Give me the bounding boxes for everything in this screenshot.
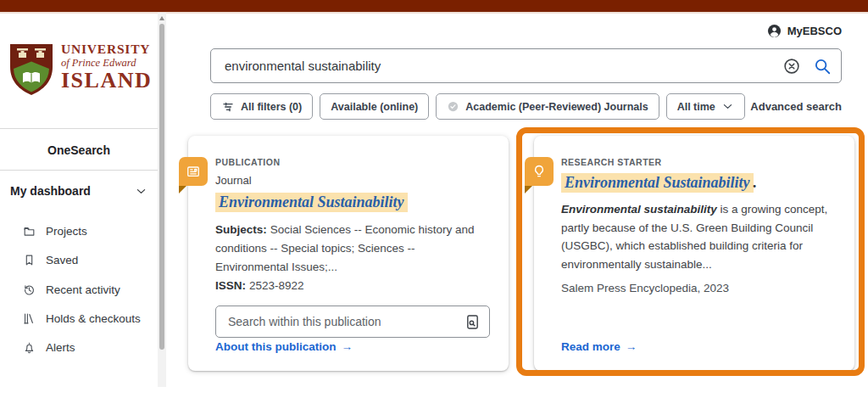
bookmark-icon bbox=[22, 253, 36, 267]
search-input[interactable] bbox=[211, 59, 776, 73]
document-search-icon bbox=[464, 313, 481, 331]
filter-icon bbox=[221, 100, 235, 114]
issn-label: ISSN: bbox=[215, 279, 246, 292]
research-starter-card: RESEARCH STARTER Environmental Sustainab… bbox=[534, 136, 854, 371]
search-within-publication-bar bbox=[215, 306, 490, 338]
user-avatar-icon bbox=[766, 23, 782, 39]
research-starter-kicker: RESEARCH STARTER bbox=[561, 157, 836, 167]
about-publication-link[interactable]: About this publication → bbox=[215, 340, 353, 353]
clear-search-button[interactable] bbox=[776, 50, 807, 82]
bell-icon bbox=[22, 340, 36, 355]
sidebar-divider-bottom bbox=[0, 170, 158, 171]
publication-card-body: PUBLICATION Journal Environmental Sustai… bbox=[215, 157, 490, 338]
upei-logo: UNIVERSITY of Prince Edward ISLAND bbox=[8, 42, 152, 97]
chevron-down-icon bbox=[135, 185, 147, 198]
myebsco-account-button[interactable]: MyEBSCO bbox=[766, 23, 842, 39]
sidebar-item-saved[interactable]: Saved bbox=[0, 249, 158, 270]
title-period: . bbox=[754, 174, 758, 191]
about-publication-label: About this publication bbox=[215, 340, 336, 353]
sidebar-divider-top bbox=[0, 128, 158, 129]
research-starter-card-body: RESEARCH STARTER Environmental Sustainab… bbox=[561, 157, 836, 294]
ebsco-onesearch-page: UNIVERSITY of Prince Edward ISLAND OneSe… bbox=[0, 0, 868, 398]
books-icon bbox=[22, 311, 36, 326]
upei-shield-icon bbox=[8, 42, 54, 97]
time-range-label: All time bbox=[677, 101, 715, 113]
journal-icon bbox=[185, 163, 202, 180]
sidebar-scrollbar[interactable] bbox=[158, 13, 166, 387]
publication-result-card: PUBLICATION Journal Environmental Sustai… bbox=[188, 136, 509, 371]
upei-wordmark: UNIVERSITY of Prince Edward ISLAND bbox=[61, 42, 152, 92]
peer-reviewed-label: Academic (Peer-Reviewed) Journals bbox=[465, 101, 648, 113]
my-dashboard-toggle[interactable]: My dashboard bbox=[10, 184, 147, 198]
arrow-right-icon: → bbox=[341, 340, 353, 353]
scrollbar-up-arrow[interactable] bbox=[159, 16, 164, 20]
issn-value: 2523-8922 bbox=[249, 279, 304, 292]
sidebar-item-holds-checkouts[interactable]: Holds & checkouts bbox=[0, 308, 158, 328]
publication-subjects: Subjects:Social Sciences -- Economic his… bbox=[215, 221, 490, 277]
sidebar-item-label: Projects bbox=[46, 225, 87, 238]
logo-line-of-pei: of Prince Edward bbox=[61, 58, 152, 69]
source-line: Salem Press Encyclopedia, 2023 bbox=[561, 282, 836, 294]
account-label: MyEBSCO bbox=[787, 25, 842, 37]
folder-icon bbox=[22, 224, 36, 238]
sidebar-item-label: Holds & checkouts bbox=[46, 312, 141, 325]
search-submit-button[interactable] bbox=[807, 50, 837, 82]
check-circle-icon bbox=[447, 100, 459, 113]
research-starter-title-text: Environmental Sustainability bbox=[561, 173, 754, 193]
sidebar-item-recent-activity[interactable]: Recent activity bbox=[0, 279, 158, 300]
research-starter-badge bbox=[525, 157, 554, 186]
my-dashboard-label: My dashboard bbox=[10, 184, 91, 198]
history-icon bbox=[22, 283, 36, 297]
sidebar-item-alerts[interactable]: Alerts bbox=[0, 337, 158, 357]
all-filters-button[interactable]: All filters (0) bbox=[210, 93, 313, 120]
sidebar-item-label: Saved bbox=[46, 254, 78, 266]
clear-circle-x-icon bbox=[782, 57, 801, 76]
advanced-search-link[interactable]: Advanced search bbox=[750, 100, 842, 113]
read-more-label: Read more bbox=[561, 340, 620, 353]
scrollbar-thumb[interactable] bbox=[159, 24, 164, 350]
sidebar-item-label: Alerts bbox=[46, 341, 75, 354]
onesearch-label: OneSearch bbox=[0, 143, 158, 157]
publication-badge bbox=[179, 157, 208, 186]
search-icon bbox=[813, 57, 832, 76]
sidebar-item-projects[interactable]: Projects bbox=[0, 221, 158, 241]
snippet-lead: Environmental sustainability bbox=[561, 203, 717, 216]
logo-line-university: UNIVERSITY bbox=[61, 42, 152, 56]
search-within-publication-input[interactable] bbox=[216, 314, 455, 329]
chevron-down-icon bbox=[721, 100, 734, 113]
subjects-label: Subjects: bbox=[215, 223, 267, 236]
all-filters-label: All filters (0) bbox=[241, 101, 302, 113]
search-within-submit-button[interactable] bbox=[455, 313, 489, 331]
publication-title-text: Environmental Sustainability bbox=[215, 193, 408, 212]
publication-title-link[interactable]: Environmental Sustainability bbox=[215, 193, 490, 212]
top-brand-bar bbox=[0, 0, 868, 14]
read-more-link[interactable]: Read more → bbox=[561, 340, 637, 353]
arrow-right-icon: → bbox=[626, 340, 637, 353]
research-starter-title-link[interactable]: Environmental Sustainability. bbox=[561, 173, 836, 193]
available-online-label: Available (online) bbox=[331, 101, 418, 113]
publication-issn: ISSN:2523-8922 bbox=[215, 277, 490, 295]
sidebar-item-label: Recent activity bbox=[46, 283, 120, 296]
lightbulb-icon bbox=[531, 163, 548, 180]
filter-bar: All filters (0) Available (online) Acade… bbox=[210, 93, 745, 120]
available-online-filter[interactable]: Available (online) bbox=[320, 93, 429, 120]
logo-line-island: ISLAND bbox=[61, 70, 152, 92]
publication-type: Journal bbox=[215, 174, 490, 187]
research-starter-snippet: Environmental sustainability is a growin… bbox=[561, 200, 836, 273]
publication-kicker: PUBLICATION bbox=[215, 157, 490, 167]
publication-meta: Subjects:Social Sciences -- Economic his… bbox=[215, 221, 490, 295]
peer-reviewed-filter[interactable]: Academic (Peer-Reviewed) Journals bbox=[436, 93, 659, 120]
time-range-dropdown[interactable]: All time bbox=[666, 93, 745, 120]
main-search-bar bbox=[210, 48, 842, 83]
